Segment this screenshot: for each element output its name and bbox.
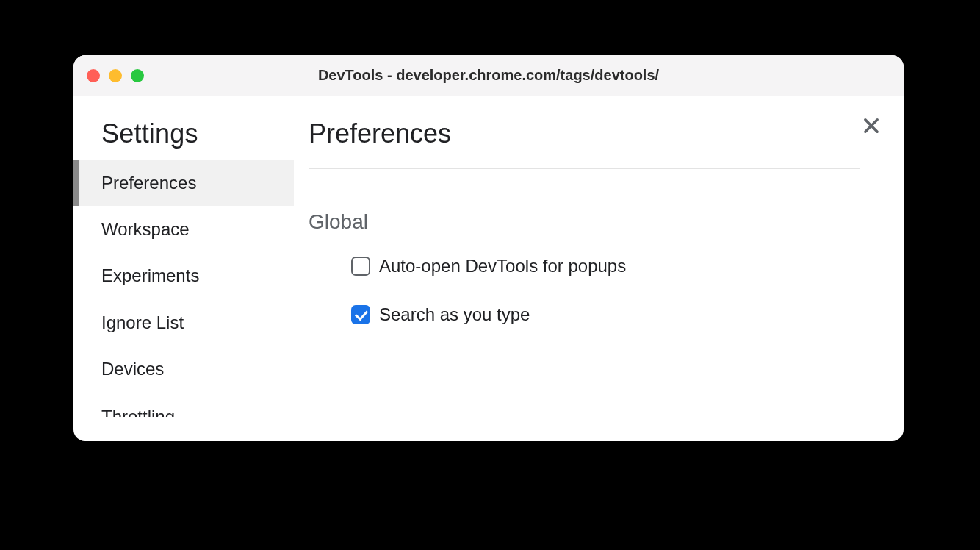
option-label: Search as you type bbox=[379, 304, 530, 325]
traffic-lights bbox=[87, 69, 144, 82]
checkbox-auto-open-devtools[interactable] bbox=[351, 257, 370, 276]
sidebar-item-label: Devices bbox=[101, 359, 164, 379]
sidebar-item-throttling[interactable]: Throttling bbox=[73, 392, 294, 417]
sidebar-item-experiments[interactable]: Experiments bbox=[73, 252, 294, 299]
window-minimize-button[interactable] bbox=[109, 69, 122, 82]
sidebar-item-label: Throttling bbox=[101, 407, 175, 417]
window-zoom-button[interactable] bbox=[131, 69, 144, 82]
window-titlebar: DevTools - developer.chrome.com/tags/dev… bbox=[73, 55, 904, 96]
settings-panel: Settings Preferences Workspace Experimen… bbox=[73, 96, 904, 441]
checkbox-search-as-you-type[interactable] bbox=[351, 305, 370, 324]
preferences-main: Preferences Global Auto-open DevTools fo… bbox=[294, 96, 904, 441]
section-heading-global: Global bbox=[309, 210, 860, 234]
settings-sidebar: Settings Preferences Workspace Experimen… bbox=[73, 96, 294, 441]
sidebar-item-preferences[interactable]: Preferences bbox=[73, 160, 294, 206]
window-title: DevTools - developer.chrome.com/tags/dev… bbox=[73, 67, 904, 84]
option-label: Auto-open DevTools for popups bbox=[379, 256, 626, 276]
settings-heading: Settings bbox=[73, 118, 294, 160]
sidebar-item-label: Ignore List bbox=[101, 312, 184, 332]
page-title: Preferences bbox=[309, 118, 860, 168]
sidebar-item-label: Experiments bbox=[101, 265, 199, 285]
sidebar-item-workspace[interactable]: Workspace bbox=[73, 206, 294, 252]
window-close-button[interactable] bbox=[87, 69, 100, 82]
option-search-as-you-type[interactable]: Search as you type bbox=[309, 303, 860, 326]
preferences-scroll-area: Global Auto-open DevTools for popups Sea… bbox=[309, 168, 860, 441]
option-auto-open-devtools[interactable]: Auto-open DevTools for popups bbox=[309, 254, 860, 278]
sidebar-item-devices[interactable]: Devices bbox=[73, 346, 294, 392]
devtools-window: DevTools - developer.chrome.com/tags/dev… bbox=[73, 55, 904, 441]
sidebar-item-label: Preferences bbox=[101, 173, 196, 193]
sidebar-item-ignore-list[interactable]: Ignore List bbox=[73, 299, 294, 346]
sidebar-item-label: Workspace bbox=[101, 219, 190, 239]
